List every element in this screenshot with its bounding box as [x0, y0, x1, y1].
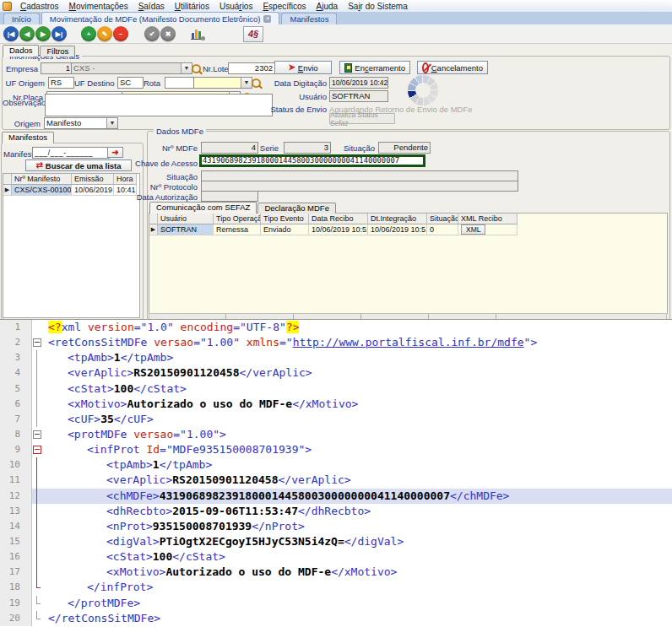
- column-header[interactable]: Tipo Evento: [261, 214, 309, 224]
- xml-line: 11<verAplic>RS20150901120458</verAplic>: [0, 473, 672, 488]
- envio-button[interactable]: ➤ Envio: [274, 61, 332, 74]
- cell: CXS/CXS-0010010: [12, 185, 72, 196]
- dados-mdfe-title: Dados MDFe: [154, 127, 206, 136]
- last-record-button[interactable]: ▶|: [51, 26, 67, 41]
- cell: Enviado: [261, 224, 309, 235]
- rota-code-field[interactable]: [165, 77, 197, 89]
- add-record-button[interactable]: +: [81, 26, 96, 41]
- xml-line-number: 14: [0, 519, 32, 534]
- xml-recibo-button[interactable]: XML: [461, 224, 485, 235]
- usuario-label: Usuário: [253, 92, 327, 101]
- delete-record-button[interactable]: −: [113, 26, 128, 41]
- tab-movimentacao-mdfe[interactable]: Movimentação de MDFe (Manifesto Document…: [41, 12, 280, 24]
- serie-label: Serie: [219, 143, 279, 153]
- menu-sair-do-sistema[interactable]: Sair do Sistema: [343, 1, 413, 12]
- app-window: CadastrosMovimentaçõesSaídasUtilitáriosU…: [0, 0, 672, 627]
- chevron-down-icon[interactable]: ▼: [181, 63, 192, 73]
- menu-utilitarios[interactable]: Utilitários: [170, 1, 214, 12]
- fold-collapse-icon[interactable]: [33, 338, 41, 347]
- next-record-button[interactable]: ▶: [35, 26, 51, 41]
- fold-margin: [32, 473, 43, 488]
- cancelamento-button[interactable]: Cancelamento: [417, 61, 488, 74]
- prior-record-button[interactable]: ◀: [19, 26, 35, 41]
- column-header[interactable]: Situação: [427, 214, 458, 224]
- fold-line: [36, 365, 37, 381]
- protocolo-label: Nrº Protocolo: [118, 182, 198, 192]
- chevron-down-icon[interactable]: ▼: [241, 78, 252, 88]
- softran-logo-button[interactable]: 4§: [243, 26, 263, 42]
- fold-line: [36, 350, 37, 365]
- encerramento-button-label: Encerramento: [355, 63, 405, 73]
- fold-margin: [32, 442, 43, 457]
- manifesto-input[interactable]: ___/___-______: [32, 147, 110, 159]
- observacao-input[interactable]: [45, 94, 273, 116]
- xml-line-number: 13: [0, 504, 32, 519]
- origem-combo[interactable]: Manifesto ▼: [44, 117, 118, 129]
- menu-cadastros[interactable]: Cadastros: [15, 1, 64, 12]
- cancel-edit-button[interactable]: ✖: [160, 26, 176, 41]
- fold-margin: [32, 549, 43, 565]
- atualiza-status-sefaz-button[interactable]: Atualiza Status Sefaz: [329, 113, 395, 124]
- fold-collapse-icon[interactable]: [33, 430, 41, 439]
- table-row[interactable]: ▶SOFTRANRemessaEnviado10/06/2019 10:51:2…: [149, 224, 667, 235]
- xml-code: <verAplic>RS20150901120458</verAplic>: [43, 473, 672, 488]
- column-header[interactable]: Usuário: [158, 214, 214, 224]
- menu-usuarios[interactable]: Usuários: [214, 1, 258, 12]
- column-header[interactable]: Emissão: [72, 174, 114, 185]
- menu-saidas[interactable]: Saídas: [133, 1, 170, 12]
- tab-declaracao-mdfe[interactable]: Declaração MDFe: [257, 203, 336, 214]
- tab-comunicacao-sefaz[interactable]: Comunicação com SEFAZ: [149, 202, 257, 214]
- close-tab-icon[interactable]: ×: [263, 15, 271, 23]
- chart-button[interactable]: [190, 27, 205, 41]
- xml-code: <cUF>35</cUF>: [43, 412, 672, 427]
- send-arrow-icon: ➤: [288, 63, 295, 72]
- xml-code: <nProt>935150008701939</nProt>: [43, 519, 672, 534]
- edit-record-button[interactable]: ✎: [97, 26, 112, 41]
- fold-end-tick: [36, 619, 41, 619]
- menu-especificos[interactable]: Específicos: [257, 1, 311, 12]
- chave-acesso-field[interactable]: 4319068982391800014458003000000004114000…: [199, 154, 425, 167]
- empresa-combo[interactable]: CXS - ▼: [71, 62, 192, 74]
- menu-ajuda[interactable]: Ajuda: [312, 1, 344, 12]
- nrlote-field[interactable]: 2302: [228, 62, 275, 74]
- toolbar: |◀◀▶▶|+✎−✔✖4§: [0, 24, 672, 44]
- xml-line: 1<?xml version="1.0" encoding="UTF-8"?>: [0, 320, 672, 335]
- confirm-button[interactable]: ✔: [144, 26, 160, 41]
- column-header[interactable]: Dt.Integração: [368, 214, 427, 224]
- xml-line-number: 16: [0, 549, 32, 565]
- uf-origem-field[interactable]: RS: [48, 77, 74, 89]
- tab-dados[interactable]: Dados: [3, 45, 39, 57]
- column-header[interactable]: Tipo Operação: [214, 214, 261, 224]
- xml-line-number: 7: [0, 412, 32, 427]
- view-tab-bar: DadosFiltros: [3, 45, 76, 57]
- xml-line-number: 12: [0, 489, 32, 504]
- rota-combo[interactable]: ▼: [193, 77, 252, 89]
- xml-code: <infProt Id="MDFe935150008701939">: [43, 442, 672, 457]
- tab-manifestos[interactable]: Manifestos: [281, 13, 337, 24]
- xml-line-number: 6: [0, 397, 32, 412]
- menu-movimentacoes[interactable]: Movimentações: [64, 1, 133, 12]
- xml-line-number: 18: [0, 580, 32, 595]
- column-header[interactable]: XML Recibo: [458, 214, 518, 224]
- fold-end-line: [36, 611, 37, 619]
- first-record-button[interactable]: |◀: [3, 26, 19, 41]
- empresa-code-field[interactable]: 1: [41, 62, 73, 74]
- fold-collapse-icon[interactable]: [33, 446, 41, 454]
- gear-icon: [201, 36, 205, 41]
- tab-manifestos-panel[interactable]: Manifestos: [2, 132, 54, 143]
- cell: XML: [458, 224, 518, 235]
- tab-inicio[interactable]: Início: [3, 13, 40, 24]
- column-header[interactable]: Data Recibo: [309, 214, 368, 224]
- tab-filtros[interactable]: Filtros: [40, 46, 75, 57]
- encerramento-button[interactable]: Encerramento: [339, 61, 410, 74]
- nrlote-label: Nr.Lote: [203, 64, 229, 73]
- empresa-label: Empresa: [0, 64, 38, 73]
- chevron-down-icon[interactable]: ▼: [106, 118, 117, 128]
- empresa-search-icon[interactable]: [192, 64, 201, 73]
- tab-manifestos-label: Manifestos: [290, 14, 328, 24]
- cell: 10/06/2019 10:51:26: [309, 224, 368, 235]
- fold-end-line: [36, 596, 37, 603]
- column-header[interactable]: Nrº Manifesto: [12, 174, 72, 185]
- xml-code: <cStat>100</cStat>: [43, 381, 672, 397]
- buscar-lista-button[interactable]: ⇄ Buscar de uma lista: [25, 159, 132, 171]
